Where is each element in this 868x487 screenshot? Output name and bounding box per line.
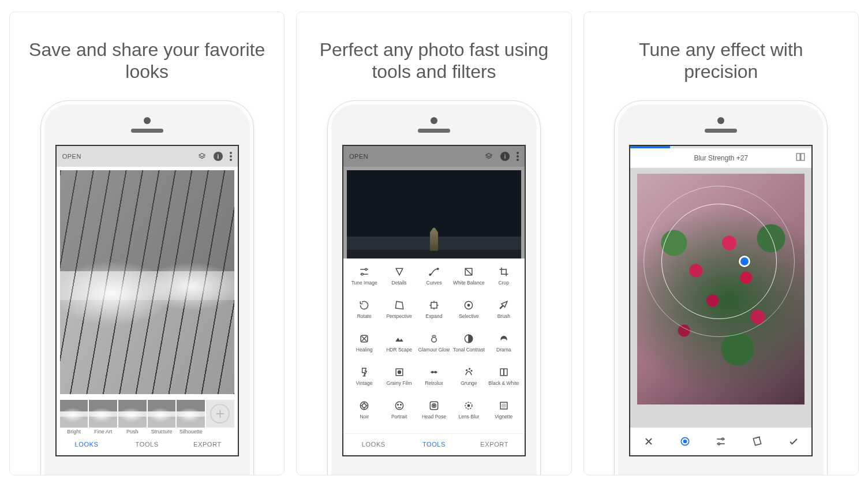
tool-label: Grunge	[461, 381, 477, 391]
hdr-scape-icon	[394, 333, 405, 344]
look-thumbnails	[57, 398, 238, 429]
tool-perspective[interactable]: Perspective	[381, 297, 416, 330]
tool-curves[interactable]: Curves	[417, 263, 451, 297]
noir-icon	[358, 400, 370, 411]
info-icon[interactable]	[500, 152, 510, 161]
tool-grunge[interactable]: Grunge	[451, 364, 486, 397]
retrolux-icon	[428, 366, 440, 378]
svg-point-19	[395, 402, 403, 409]
parameter-label: Blur Strength +27	[694, 154, 748, 162]
bottom-nav: LOOKS TOOLS EXPORT	[343, 433, 525, 455]
tool-label: Glamour Glow	[418, 347, 450, 358]
look-thumb-bright[interactable]	[60, 400, 88, 428]
styles-button[interactable]	[739, 436, 776, 447]
tool-rotate[interactable]: Rotate	[347, 297, 381, 330]
vignette-icon	[498, 400, 510, 411]
adjust-button[interactable]	[703, 436, 739, 447]
promo-card-1: Save and share your favorite looks OPEN	[9, 12, 285, 475]
tool-portrait[interactable]: Portrait	[381, 397, 416, 430]
tool-label: Healing	[356, 347, 373, 358]
tool-label: Noir	[360, 414, 369, 425]
overflow-menu-icon[interactable]	[230, 152, 232, 161]
cancel-button[interactable]	[630, 436, 667, 447]
tool-details[interactable]: Details	[381, 263, 416, 297]
app-screen-tools: OPEN Tune ImageDetailsCurvesWhite Balanc…	[342, 145, 526, 456]
tool-label: Tonal Contrast	[453, 347, 485, 358]
tool-drama[interactable]: Drama	[487, 330, 521, 364]
background-photo	[347, 170, 521, 263]
nav-tools[interactable]: TOOLS	[404, 434, 465, 455]
tool-selective[interactable]: Selective	[451, 297, 486, 330]
tool-glamour-glow[interactable]: Glamour Glow	[417, 330, 451, 364]
open-button[interactable]: OPEN	[349, 153, 477, 160]
portrait-icon	[394, 400, 405, 411]
tool-lens-blur[interactable]: Lens Blur	[451, 397, 486, 430]
tool-label: Crop	[499, 280, 509, 291]
tool-label: Vintage	[356, 381, 373, 391]
svg-rect-5	[431, 302, 437, 308]
look-thumb-structure[interactable]	[148, 400, 176, 428]
nav-looks[interactable]: LOOKS	[343, 434, 404, 455]
nav-export[interactable]: EXPORT	[177, 433, 238, 455]
tool-black-white[interactable]: Black & White	[487, 364, 521, 397]
look-thumb-fine-art[interactable]	[89, 400, 117, 428]
tune-image-icon	[358, 266, 370, 278]
info-icon[interactable]	[214, 152, 223, 161]
glamour-glow-icon	[428, 333, 440, 344]
tool-label: Grainy Film	[387, 381, 411, 391]
apply-button[interactable]	[776, 436, 812, 447]
compare-icon[interactable]	[795, 152, 806, 164]
tool-tonal-contrast[interactable]: Tonal Contrast	[451, 330, 486, 364]
tool-expand[interactable]: Expand	[417, 297, 451, 330]
overflow-menu-icon[interactable]	[517, 152, 519, 161]
svg-rect-30	[801, 153, 805, 160]
tool-brush[interactable]: Brush	[487, 297, 521, 330]
main-photo[interactable]	[60, 170, 234, 394]
grunge-icon	[463, 366, 474, 378]
svg-point-28	[502, 403, 506, 407]
nav-looks[interactable]: LOOKS	[57, 433, 117, 455]
phone-frame: OPEN Tune ImageDetailsCurvesWhite Balanc…	[327, 100, 541, 475]
tool-hdr-scape[interactable]: HDR Scape	[381, 330, 416, 364]
tool-label: Expand	[426, 314, 443, 324]
parameter-bar[interactable]: Blur Strength +27	[630, 148, 811, 168]
nav-export[interactable]: EXPORT	[464, 434, 525, 455]
tool-healing[interactable]: Healing	[347, 330, 381, 364]
stacks-icon[interactable]	[484, 152, 493, 160]
tool-head-pose[interactable]: Head Pose	[417, 397, 451, 430]
tool-label: Drama	[496, 347, 511, 358]
svg-point-26	[468, 404, 470, 406]
tool-white-balance[interactable]: White Balance	[451, 263, 486, 297]
crop-icon	[498, 266, 510, 278]
tool-label: Portrait	[391, 414, 407, 425]
phone-frame: Blur Strength +27	[614, 100, 828, 475]
promo-card-3: Tune any effect with precision Blur Stre…	[583, 12, 859, 475]
look-thumb-push[interactable]	[118, 400, 147, 428]
editing-photo[interactable]	[637, 174, 805, 404]
tool-grainy-film[interactable]: Grainy Film	[381, 364, 416, 397]
svg-point-20	[397, 404, 398, 405]
top-bar: OPEN	[343, 146, 525, 167]
tool-retrolux[interactable]: Retrolux	[417, 364, 451, 397]
expand-icon	[428, 299, 440, 311]
nav-tools[interactable]: TOOLS	[117, 433, 177, 455]
tool-vignette[interactable]: Vignette	[487, 397, 521, 430]
add-look-button[interactable]	[206, 400, 234, 428]
blur-radius-ring[interactable]	[661, 204, 777, 319]
tool-label: Brush	[497, 314, 510, 324]
blur-center-handle[interactable]	[739, 256, 750, 267]
app-screen-looks: OPEN Bright	[55, 145, 239, 456]
tool-noir[interactable]: Noir	[347, 397, 381, 430]
open-button[interactable]: OPEN	[62, 153, 190, 160]
promo-card-2: Perfect any photo fast using tools and f…	[296, 12, 571, 475]
svg-point-14	[469, 368, 470, 369]
top-bar: OPEN	[57, 146, 238, 167]
blur-shape-button[interactable]	[667, 436, 703, 447]
tool-crop[interactable]: Crop	[487, 263, 521, 297]
tool-vintage[interactable]: Vintage	[347, 364, 381, 397]
card-title: Save and share your favorite looks	[10, 39, 284, 83]
tool-label: Tune Image	[351, 280, 377, 291]
tool-tune-image[interactable]: Tune Image	[347, 263, 381, 297]
stacks-icon[interactable]	[197, 152, 207, 160]
look-thumb-silhouette[interactable]	[177, 400, 205, 428]
